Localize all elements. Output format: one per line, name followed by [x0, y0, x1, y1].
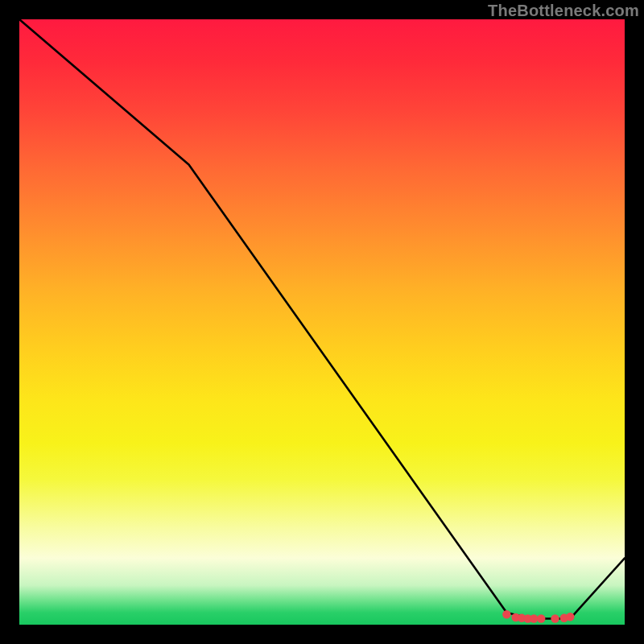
marker-dot [551, 614, 559, 622]
chart-svg [19, 19, 625, 625]
watermark-text: TheBottleneck.com [488, 2, 639, 20]
marker-group [502, 610, 574, 623]
series-line [19, 19, 625, 618]
marker-dot [566, 613, 574, 621]
marker-dot [502, 610, 510, 618]
chart-container: TheBottleneck.com [0, 0, 644, 644]
marker-dot [530, 614, 538, 622]
marker-dot [537, 614, 545, 622]
plot-area [19, 19, 625, 625]
bottleneck-line [19, 19, 625, 618]
